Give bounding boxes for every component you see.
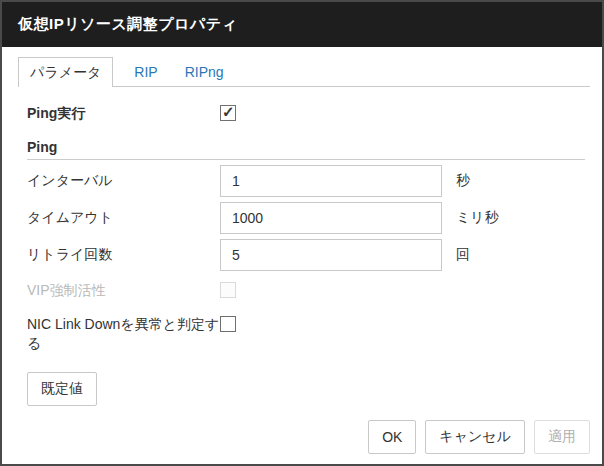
cancel-button[interactable]: キャンセル — [425, 420, 525, 454]
timeout-label: タイムアウト — [27, 208, 220, 227]
nic-link-down-row: NIC Link Downを異常と判定する — [27, 315, 582, 353]
default-values-button[interactable]: 既定値 — [27, 372, 97, 406]
tab-bar: パラメータ RIP RIPng — [18, 57, 590, 87]
vip-force-activation-row: VIP強制活性 — [27, 281, 582, 300]
dialog-title: 仮想IPリソース調整プロパティ — [18, 15, 238, 34]
retry-count-label: リトライ回数 — [27, 245, 220, 264]
interval-input[interactable] — [220, 165, 442, 197]
vip-force-activation-label: VIP強制活性 — [27, 281, 220, 300]
dialog-footer: OK キャンセル 適用 — [368, 420, 590, 454]
ping-section-title: Ping — [27, 139, 585, 160]
interval-label: インターバル — [27, 171, 220, 190]
nic-link-down-checkbox[interactable] — [220, 316, 236, 332]
timeout-input[interactable] — [220, 202, 442, 234]
nic-link-down-label: NIC Link Downを異常と判定する — [27, 315, 220, 353]
tab-parameter-label: パラメータ — [30, 64, 101, 82]
tab-parameter[interactable]: パラメータ — [18, 57, 113, 87]
virtual-ip-resource-properties-dialog: 仮想IPリソース調整プロパティ パラメータ RIP RIPng Ping実行 P… — [0, 0, 604, 466]
ping-exec-label: Ping実行 — [27, 104, 220, 123]
tab-panel-parameter: Ping実行 Ping インターバル 秒 タイムアウト ミリ秒 リトライ回数 回… — [2, 87, 602, 406]
apply-button: 適用 — [534, 420, 590, 454]
dialog-titlebar: 仮想IPリソース調整プロパティ — [2, 2, 602, 47]
timeout-row: タイムアウト ミリ秒 — [27, 202, 582, 234]
interval-row: インターバル 秒 — [27, 165, 582, 197]
retry-count-row: リトライ回数 回 — [27, 239, 582, 271]
tab-strip: RIP RIPng — [113, 57, 590, 87]
timeout-unit: ミリ秒 — [456, 209, 499, 227]
ok-button[interactable]: OK — [368, 420, 416, 454]
retry-count-unit: 回 — [456, 246, 470, 264]
ping-exec-row: Ping実行 — [27, 104, 582, 123]
ping-exec-checkbox[interactable] — [220, 105, 236, 121]
vip-force-activation-checkbox — [220, 282, 236, 298]
tab-ripng[interactable]: RIPng — [185, 64, 224, 80]
tab-rip[interactable]: RIP — [134, 64, 157, 80]
retry-count-input[interactable] — [220, 239, 442, 271]
interval-unit: 秒 — [456, 172, 470, 190]
